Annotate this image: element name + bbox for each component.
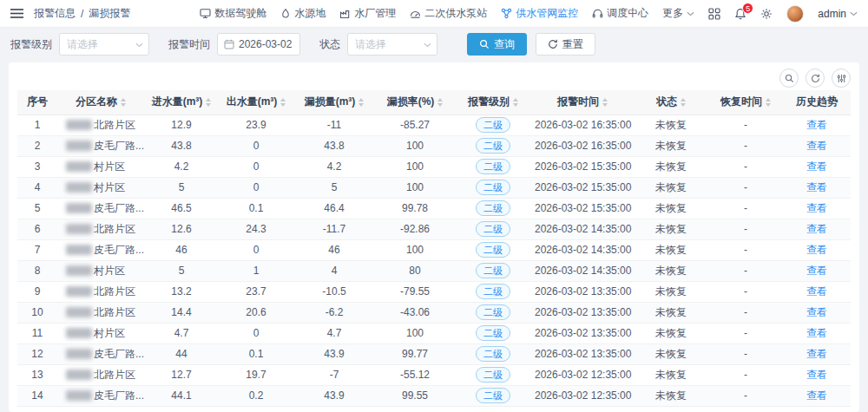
column-header[interactable]: 状态 xyxy=(634,90,708,114)
cell-loss-rate: 100 xyxy=(375,135,455,156)
view-link[interactable]: 查看 xyxy=(806,119,827,131)
view-link[interactable]: 查看 xyxy=(806,244,827,256)
sort-caret-icon[interactable] xyxy=(358,98,364,107)
table-body: 1 北路片区 12.9 23.9 -11 -85.27 二级 2026-03-0… xyxy=(17,114,851,406)
view-link[interactable]: 查看 xyxy=(806,285,827,298)
column-header[interactable]: 进水量(m³) xyxy=(144,90,219,114)
cell-loss-rate: 99.77 xyxy=(375,343,455,364)
cell-inflow: 14.4 xyxy=(144,302,219,323)
cell-loss-rate: 80 xyxy=(375,260,455,281)
search-icon xyxy=(479,39,490,49)
nav-item-dispatch-center[interactable]: 调度中心 xyxy=(592,6,648,21)
sort-caret-icon[interactable] xyxy=(280,98,286,107)
column-header[interactable]: 恢复时间 xyxy=(708,90,783,114)
cell-loss-rate: 100 xyxy=(375,239,455,260)
nav-item-more[interactable]: 更多 xyxy=(662,6,694,21)
sort-caret-icon[interactable] xyxy=(513,98,518,107)
settings-button[interactable] xyxy=(760,8,773,20)
table-row: 3 村片区 4.2 0 4.2 100 二级 2026-03-02 15:35:… xyxy=(17,156,851,177)
cell-recovery-time: - xyxy=(708,114,783,135)
nav-item-pump-station[interactable]: 二次供水泵站 xyxy=(410,6,487,21)
sort-caret-icon[interactable] xyxy=(681,98,686,107)
sort-caret-icon[interactable] xyxy=(121,98,126,107)
partition-name-text: 村片区 xyxy=(94,265,125,277)
menu-toggle-icon[interactable] xyxy=(10,8,23,19)
sort-caret-icon[interactable] xyxy=(766,98,771,107)
cell-recovery-time: - xyxy=(708,239,783,260)
alarm-level-select[interactable]: 请选择 xyxy=(59,33,149,56)
cell-partition-name: 村片区 xyxy=(57,156,144,177)
search-button[interactable]: 查询 xyxy=(467,33,527,56)
alarm-time-input[interactable]: 2026-03-02 xyxy=(217,33,300,56)
sort-caret-icon[interactable] xyxy=(206,98,211,107)
column-header[interactable]: 漏损率(%) xyxy=(375,90,455,114)
sort-caret-icon[interactable] xyxy=(437,98,443,107)
cell-index: 11 xyxy=(17,323,57,343)
cell-status: 未恢复 xyxy=(634,114,708,135)
partition-name-text: 村片区 xyxy=(94,327,125,339)
nav-item-pipe-network[interactable]: 供水管网监控 xyxy=(501,6,578,21)
view-link[interactable]: 查看 xyxy=(806,327,827,339)
zoom-button[interactable] xyxy=(779,69,799,88)
filter-alarm-time: 报警时间 2026-03-02 xyxy=(168,33,300,56)
sort-caret-icon[interactable] xyxy=(602,98,608,107)
cell-inflow: 4.2 xyxy=(144,156,219,177)
column-header[interactable]: 出水量(m³) xyxy=(219,90,293,114)
cell-outflow: 19.7 xyxy=(219,364,293,385)
view-link[interactable]: 查看 xyxy=(806,160,827,173)
filter-alarm-level: 报警级别 请选择 xyxy=(10,33,149,56)
cell-index: 4 xyxy=(17,177,57,198)
table-row: 2 皮毛厂路... 43.8 0 43.8 100 二级 2026-03-02 … xyxy=(17,135,851,156)
cell-outflow: 0 xyxy=(219,135,293,156)
view-link[interactable]: 查看 xyxy=(806,181,827,193)
view-link[interactable]: 查看 xyxy=(806,202,827,214)
refresh-table-button[interactable] xyxy=(806,69,825,88)
search-button-label: 查询 xyxy=(494,37,515,52)
user-menu[interactable]: admin xyxy=(818,8,858,20)
cell-alarm-level: 二级 xyxy=(455,323,531,343)
nav-item-data-cockpit[interactable]: 数据驾驶舱 xyxy=(200,6,266,21)
alarm-time-label: 报警时间 xyxy=(168,37,210,52)
column-header[interactable]: 报警级别 xyxy=(455,90,531,114)
column-header[interactable]: 分区名称 xyxy=(57,90,144,114)
cell-outflow: 0.1 xyxy=(219,343,293,364)
column-header: 序号 xyxy=(17,90,57,114)
status-select[interactable]: 请选择 xyxy=(347,33,437,56)
select-placeholder: 请选择 xyxy=(67,37,98,52)
notifications-button[interactable]: 5 xyxy=(734,8,746,20)
view-link[interactable]: 查看 xyxy=(806,306,827,318)
nav-item-water-plant[interactable]: 水厂管理 xyxy=(339,6,396,21)
view-link[interactable]: 查看 xyxy=(806,369,827,381)
cell-recovery-time: - xyxy=(708,177,783,198)
alarm-level-badge: 二级 xyxy=(476,284,510,299)
alarm-level-badge: 二级 xyxy=(476,138,510,154)
column-settings-button[interactable] xyxy=(832,69,851,88)
alarm-level-badge: 二级 xyxy=(476,200,510,216)
alarm-level-badge: 二级 xyxy=(476,388,510,403)
refresh-icon xyxy=(811,74,820,83)
masked-text-blur xyxy=(66,328,92,338)
cell-index: 8 xyxy=(17,260,57,281)
view-link[interactable]: 查看 xyxy=(806,389,827,402)
column-header[interactable]: 报警时间 xyxy=(531,90,634,114)
cell-alarm-level: 二级 xyxy=(455,364,531,385)
topbar: 报警信息 / 漏损报警 数据驾驶舱 水源地 水厂管理 二次供水泵站 xyxy=(0,0,868,28)
avatar[interactable] xyxy=(786,5,804,23)
column-header[interactable]: 漏损量(m³) xyxy=(293,90,375,114)
partition-name-text: 皮毛厂路... xyxy=(94,244,144,256)
apps-grid-button[interactable] xyxy=(708,8,720,20)
cell-loss-amount: 43.9 xyxy=(293,385,375,406)
breadcrumb-parent[interactable]: 报警信息 xyxy=(34,6,76,21)
view-link[interactable]: 查看 xyxy=(806,265,827,277)
table-toolbar xyxy=(17,62,851,90)
view-link[interactable]: 查看 xyxy=(806,223,827,235)
alarm-level-badge: 二级 xyxy=(476,117,510,133)
cell-loss-amount: 4.2 xyxy=(293,156,375,177)
cell-status: 未恢复 xyxy=(634,281,708,302)
view-link[interactable]: 查看 xyxy=(806,348,827,360)
cell-partition-name: 皮毛厂路... xyxy=(57,239,144,260)
view-link[interactable]: 查看 xyxy=(806,140,827,152)
reset-button[interactable]: 重置 xyxy=(536,33,595,56)
cell-history-trend: 查看 xyxy=(783,219,851,239)
nav-item-water-source[interactable]: 水源地 xyxy=(280,6,326,21)
